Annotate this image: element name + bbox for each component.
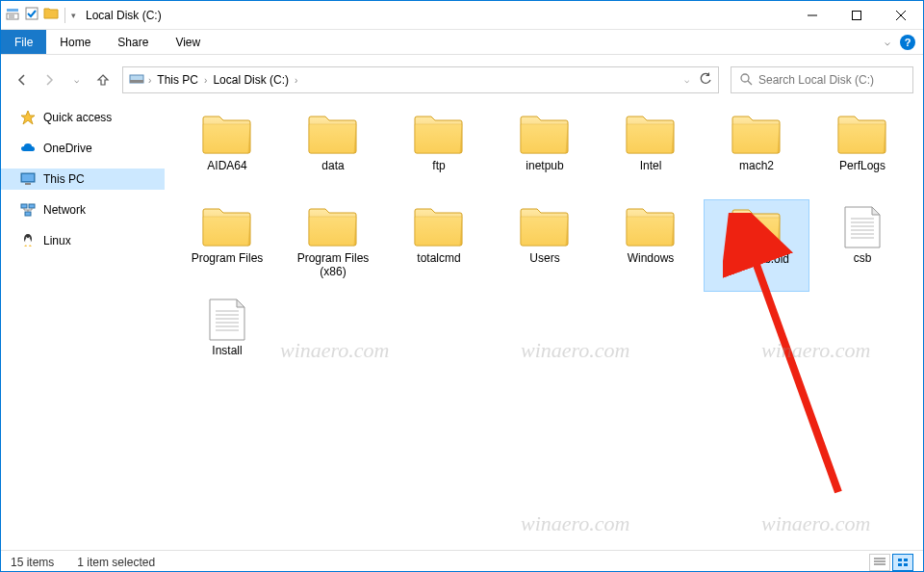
- sidebar: Quick access OneDrive This PC Network Li…: [1, 97, 165, 550]
- svg-rect-6: [7, 9, 18, 12]
- watermark: winaero.com: [761, 511, 870, 536]
- file-item[interactable]: Program Files: [174, 199, 280, 292]
- minimize-button[interactable]: [790, 1, 834, 30]
- svg-rect-37: [898, 559, 902, 561]
- svg-point-32: [29, 237, 31, 239]
- folder-icon: [624, 113, 678, 157]
- file-item[interactable]: csb: [809, 199, 915, 292]
- network-icon: [20, 202, 36, 218]
- watermark: winaero.com: [521, 97, 629, 103]
- file-item-label: Windows.old: [724, 252, 789, 266]
- ribbon: File Home Share View ⌵ ?: [1, 30, 923, 55]
- svg-rect-38: [904, 559, 908, 561]
- file-item-label: Windows: [628, 251, 675, 265]
- svg-rect-20: [22, 174, 34, 181]
- address-dropdown-icon[interactable]: ⌵: [684, 75, 689, 85]
- tab-home[interactable]: Home: [46, 30, 104, 54]
- folder-icon: [200, 205, 254, 249]
- icons-view-button[interactable]: [892, 554, 913, 571]
- thispc-icon: [20, 171, 36, 187]
- breadcrumb-drive[interactable]: Local Disk (C:): [209, 67, 293, 92]
- sidebar-item-label: Linux: [43, 234, 71, 247]
- watermark: winaero.com: [521, 511, 629, 536]
- file-item[interactable]: Windows.old: [704, 199, 809, 292]
- file-item[interactable]: Users: [492, 199, 598, 292]
- tab-share[interactable]: Share: [104, 30, 162, 54]
- file-tab[interactable]: File: [1, 30, 46, 54]
- content-pane[interactable]: AIDA64dataftpinetpubIntelmach2PerfLogsPr…: [165, 97, 923, 550]
- sidebar-item-thispc[interactable]: This PC: [1, 169, 165, 190]
- file-item-label: Program Files (x86): [285, 251, 381, 279]
- file-item-label: Install: [212, 344, 242, 357]
- back-button[interactable]: [11, 68, 34, 91]
- address-bar[interactable]: › This PC › Local Disk (C:) › ⌵: [122, 66, 719, 93]
- folder-icon: [730, 206, 783, 250]
- file-item-label: Program Files: [192, 251, 264, 265]
- recent-dropdown[interactable]: ⌵: [64, 68, 88, 91]
- file-item-label: ftp: [432, 159, 445, 172]
- file-item[interactable]: AIDA64: [174, 107, 280, 199]
- file-item[interactable]: PerfLogs: [809, 107, 915, 199]
- file-item[interactable]: Program Files (x86): [280, 199, 386, 292]
- file-item[interactable]: data: [280, 107, 386, 199]
- file-item[interactable]: Install: [174, 292, 280, 384]
- maximize-button[interactable]: [834, 1, 879, 30]
- file-item[interactable]: totalcmd: [386, 199, 492, 292]
- sidebar-item-label: This PC: [43, 172, 85, 186]
- qat-dropdown-icon[interactable]: ▾: [71, 11, 76, 20]
- file-item[interactable]: Windows: [598, 199, 704, 292]
- tab-view[interactable]: View: [162, 30, 214, 54]
- file-item-label: csb: [854, 251, 872, 265]
- up-button[interactable]: [91, 68, 115, 91]
- watermark: winaero.com: [761, 97, 870, 103]
- sidebar-item-onedrive[interactable]: OneDrive: [1, 138, 165, 159]
- svg-rect-10: [26, 8, 38, 19]
- sidebar-item-linux[interactable]: Linux: [1, 230, 165, 251]
- refresh-icon[interactable]: [699, 72, 712, 89]
- svg-rect-22: [21, 204, 27, 208]
- folder-icon: [306, 205, 360, 249]
- svg-rect-24: [25, 212, 31, 216]
- status-count: 15 items: [11, 556, 54, 569]
- onedrive-icon: [20, 141, 36, 156]
- breadcrumb-thispc[interactable]: This PC: [153, 67, 202, 92]
- sidebar-item-label: Quick access: [43, 111, 112, 124]
- star-icon: [20, 110, 36, 125]
- close-button[interactable]: [879, 1, 923, 30]
- file-item[interactable]: mach2: [704, 107, 809, 199]
- svg-rect-23: [29, 204, 35, 208]
- folder-small-icon[interactable]: [43, 6, 59, 25]
- help-icon[interactable]: ?: [900, 35, 915, 50]
- titlebar: ▾ Local Disk (C:): [1, 1, 923, 30]
- sidebar-item-network[interactable]: Network: [1, 199, 165, 221]
- svg-line-18: [748, 81, 752, 85]
- ribbon-expand-icon[interactable]: ⌵: [885, 37, 890, 47]
- search-placeholder: Search Local Disk (C:): [758, 73, 874, 87]
- statusbar: 15 items 1 item selected: [1, 550, 923, 572]
- window-title: Local Disk (C:): [80, 9, 790, 22]
- file-item-label: Intel: [640, 159, 662, 172]
- folder-icon: [835, 113, 889, 157]
- svg-point-30: [25, 238, 31, 246]
- sidebar-item-label: OneDrive: [43, 142, 92, 155]
- chevron-right-icon[interactable]: ›: [295, 75, 297, 86]
- status-selected: 1 item selected: [77, 556, 155, 569]
- sidebar-item-quickaccess[interactable]: Quick access: [1, 107, 165, 128]
- chevron-right-icon[interactable]: ›: [204, 75, 207, 86]
- file-item[interactable]: Intel: [598, 107, 704, 199]
- forward-button[interactable]: [38, 68, 61, 91]
- chevron-right-icon[interactable]: ›: [148, 75, 151, 86]
- details-view-button[interactable]: [869, 554, 890, 571]
- navbar: ⌵ › This PC › Local Disk (C:) › ⌵ Search…: [1, 63, 923, 97]
- file-item-label: AIDA64: [207, 159, 246, 172]
- file-item-label: PerfLogs: [839, 159, 886, 172]
- file-icon: [200, 298, 254, 342]
- qat-separator: [64, 8, 65, 23]
- linux-icon: [20, 233, 36, 248]
- search-input[interactable]: Search Local Disk (C:): [731, 66, 913, 93]
- properties-icon[interactable]: [5, 6, 20, 25]
- file-item[interactable]: inetpub: [492, 107, 598, 199]
- checkmark-icon[interactable]: [24, 6, 39, 25]
- file-item[interactable]: ftp: [386, 107, 492, 199]
- svg-point-17: [741, 74, 749, 82]
